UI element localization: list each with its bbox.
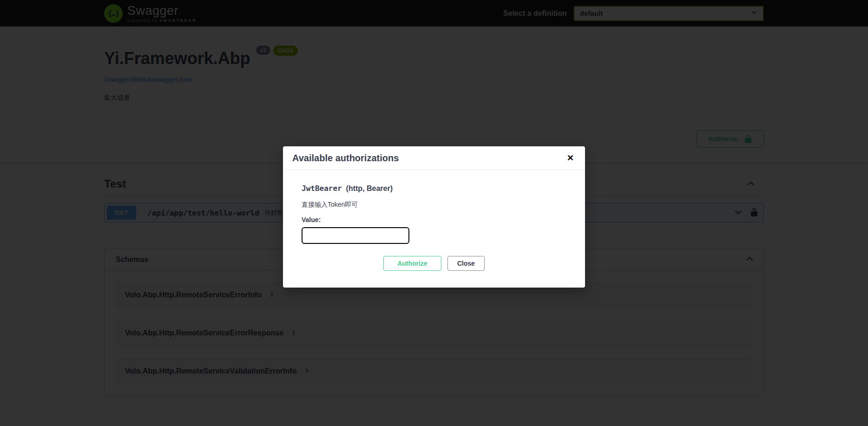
auth-scheme-type: (http, Bearer): [346, 184, 393, 192]
authorizations-modal: Available authorizations ✕ JwtBearer (ht…: [283, 146, 585, 288]
modal-title: Available authorizations: [292, 153, 399, 164]
close-icon[interactable]: ✕: [565, 152, 576, 164]
modal-close-button[interactable]: Close: [447, 256, 485, 271]
value-label: Value:: [302, 216, 566, 223]
modal-header: Available authorizations ✕: [283, 146, 585, 170]
auth-scheme-name: JwtBearer: [302, 184, 342, 193]
modal-authorize-button[interactable]: Authorize: [383, 256, 441, 271]
modal-body: JwtBearer (http, Bearer) 直接输入Token即可 Val…: [283, 170, 585, 288]
token-value-input[interactable]: [302, 227, 409, 244]
auth-description: 直接输入Token即可: [302, 201, 566, 209]
auth-scheme-heading: JwtBearer (http, Bearer): [302, 184, 566, 193]
